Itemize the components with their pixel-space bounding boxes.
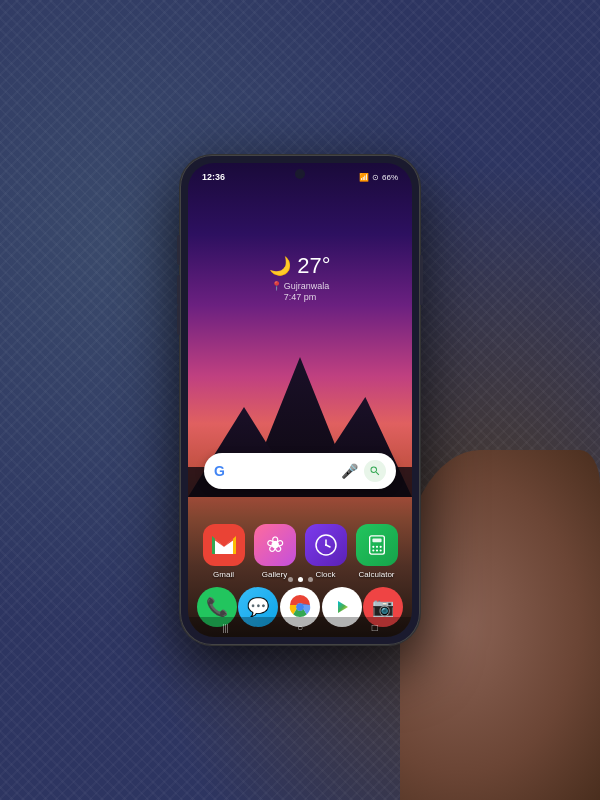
weather-time: 7:47 pm: [269, 292, 330, 302]
page-dot-0[interactable]: [288, 577, 293, 582]
phone-screen[interactable]: 12:36 📶 ⊙ 66% 🌙 27° 📍 Gujranwala 7:47 pm…: [188, 163, 412, 637]
hand: [400, 450, 600, 800]
nav-bar: ||| ○ □: [188, 617, 412, 637]
svg-point-12: [372, 546, 374, 548]
svg-point-15: [372, 549, 374, 551]
svg-point-19: [296, 603, 304, 611]
alarm-icon: ⊙: [372, 173, 379, 182]
page-indicators: [188, 577, 412, 582]
app-item-gallery[interactable]: ❀ Gallery: [254, 524, 296, 579]
mic-icon[interactable]: 🎤: [341, 463, 358, 480]
app-item-clock[interactable]: Clock: [305, 524, 347, 579]
location-pin-icon: 📍: [271, 281, 282, 291]
page-dot-2[interactable]: [308, 577, 313, 582]
recents-button[interactable]: □: [372, 622, 378, 633]
app-item-gmail[interactable]: Gmail: [203, 524, 245, 579]
lens-icon[interactable]: [364, 460, 386, 482]
phone-device: 12:36 📶 ⊙ 66% 🌙 27° 📍 Gujranwala 7:47 pm…: [180, 155, 420, 645]
app-grid: Gmail ❀ Gallery Clock: [188, 524, 412, 579]
battery-text: 66%: [382, 173, 398, 182]
calculator-icon[interactable]: [356, 524, 398, 566]
search-input[interactable]: [231, 453, 335, 489]
app-item-calculator[interactable]: Calculator: [356, 524, 398, 579]
svg-point-13: [375, 546, 377, 548]
gallery-icon[interactable]: ❀: [254, 524, 296, 566]
svg-point-9: [325, 544, 327, 546]
camera-notch: [295, 169, 305, 179]
svg-rect-5: [233, 536, 236, 554]
page-dot-1[interactable]: [298, 577, 303, 582]
back-button[interactable]: |||: [222, 622, 228, 633]
svg-point-16: [375, 549, 377, 551]
wifi-icon: 📶: [359, 173, 369, 182]
google-logo: G: [214, 463, 225, 479]
search-bar[interactable]: G 🎤: [204, 453, 396, 489]
status-time: 12:36: [202, 172, 225, 182]
weather-widget: 🌙 27° 📍 Gujranwala 7:47 pm: [269, 253, 330, 302]
svg-point-17: [379, 549, 381, 551]
clock-icon[interactable]: [305, 524, 347, 566]
status-icons: 📶 ⊙ 66%: [359, 173, 398, 182]
gmail-icon[interactable]: [203, 524, 245, 566]
svg-point-14: [379, 546, 381, 548]
home-button[interactable]: ○: [297, 622, 303, 633]
svg-rect-4: [212, 536, 215, 554]
svg-rect-11: [372, 539, 381, 543]
weather-icon: 🌙: [269, 255, 291, 277]
weather-location: 📍 Gujranwala: [269, 281, 330, 291]
weather-temperature: 27°: [297, 253, 330, 279]
